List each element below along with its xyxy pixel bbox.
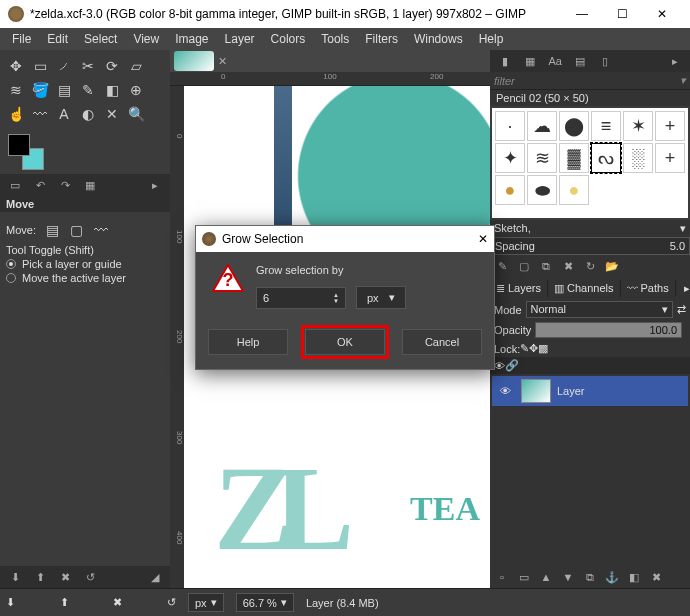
brush-cell-selected[interactable]: ᔓ (591, 143, 621, 173)
path-icon[interactable]: 〰 (29, 103, 51, 125)
menu-file[interactable]: File (4, 30, 39, 48)
mode-select[interactable]: Normal (526, 301, 673, 318)
close-dialog-icon[interactable]: ✕ (478, 232, 488, 246)
move-tool-icon[interactable]: ✥ (5, 55, 27, 77)
menu-filters[interactable]: Filters (357, 30, 406, 48)
dock-menu-icon[interactable] (684, 282, 690, 295)
brush-cell[interactable]: ⬤ (559, 111, 589, 141)
save-icon[interactable]: ⬇ (6, 596, 15, 609)
eraser-icon[interactable]: ◧ (101, 79, 123, 101)
brush-cell[interactable]: ☁ (527, 111, 557, 141)
brush-grid[interactable]: · ☁ ⬤ ≡ ✶ + ✦ ≋ ▓ ᔓ ░ + ● ⬬ ● (492, 108, 688, 218)
close-window-button[interactable]: ✕ (642, 0, 682, 28)
filter-dropdown-icon[interactable] (680, 74, 686, 87)
unit-select[interactable]: px (356, 286, 406, 309)
menu-layer[interactable]: Layer (217, 30, 263, 48)
warp-icon[interactable]: ≋ (5, 79, 27, 101)
reset-icon[interactable]: ↺ (167, 596, 176, 609)
eye-icon[interactable]: 👁 (495, 385, 515, 397)
bucket-icon[interactable]: 🪣 (29, 79, 51, 101)
grow-amount-input[interactable]: 6 ▲▼ (256, 287, 346, 309)
cancel-button[interactable]: Cancel (402, 329, 482, 355)
brush-cell[interactable]: · (495, 111, 525, 141)
rect-select-icon[interactable]: ▭ (29, 55, 51, 77)
restore-icon[interactable]: ⬆ (60, 596, 69, 609)
tab-doc-icon[interactable]: ▯ (596, 52, 614, 70)
new-layer-icon[interactable]: ▫ (492, 568, 512, 586)
edit-brush-icon[interactable]: ✎ (492, 257, 512, 275)
color-swatch[interactable] (8, 134, 44, 170)
tab-fonts-icon[interactable]: Aa (546, 52, 564, 70)
move-selection-icon[interactable]: ▢ (66, 219, 88, 241)
free-select-icon[interactable]: ⟋ (53, 55, 75, 77)
crop-icon[interactable]: ✂ (77, 55, 99, 77)
refresh-brush-icon[interactable]: ↻ (580, 257, 600, 275)
reset-preset-icon[interactable]: ↺ (81, 568, 99, 586)
tab-undo-icon[interactable]: ↶ (31, 176, 49, 194)
open-brush-icon[interactable]: 📂 (602, 257, 622, 275)
clone-icon[interactable]: ⊕ (125, 79, 147, 101)
image-tab-thumb[interactable] (174, 51, 214, 71)
menu-edit[interactable]: Edit (39, 30, 76, 48)
tab-redo-icon[interactable]: ↷ (56, 176, 74, 194)
pencil-icon[interactable]: ✎ (77, 79, 99, 101)
brush-cell[interactable]: ✦ (495, 143, 525, 173)
tab-patterns-icon[interactable]: ▦ (521, 52, 539, 70)
ok-button[interactable]: OK (305, 329, 385, 355)
rotate-icon[interactable]: ⟳ (101, 55, 123, 77)
menu-image[interactable]: Image (167, 30, 216, 48)
dup-layer-icon[interactable]: ⧉ (580, 568, 600, 586)
lock-alpha-icon[interactable]: ▩ (538, 342, 548, 355)
brush-filter-input[interactable]: filter (494, 75, 515, 87)
transform-icon[interactable]: ▱ (125, 55, 147, 77)
maximize-button[interactable]: ☐ (602, 0, 642, 28)
dock-menu-icon[interactable] (666, 52, 684, 70)
menu-colors[interactable]: Colors (263, 30, 314, 48)
brush-cell[interactable]: + (655, 111, 685, 141)
menu-help[interactable]: Help (471, 30, 512, 48)
radio-pick-layer[interactable] (6, 259, 16, 269)
tab-tool-options-icon[interactable]: ▭ (6, 176, 24, 194)
text-icon[interactable]: A (53, 103, 75, 125)
mode-switch-icon[interactable]: ⇄ (677, 303, 686, 316)
brush-category-combo[interactable]: Sketch, (490, 220, 690, 237)
brush-cell[interactable]: ● (559, 175, 589, 205)
zoom-icon[interactable]: 🔍 (125, 103, 147, 125)
radio-move-active[interactable] (6, 273, 16, 283)
fg-color-swatch[interactable] (8, 134, 30, 156)
tab-layers[interactable]: ≣Layers (490, 280, 548, 297)
smudge-icon[interactable]: ☝ (5, 103, 27, 125)
layer-row[interactable]: 👁 Layer (492, 376, 688, 406)
measure-icon[interactable]: ✕ (101, 103, 123, 125)
delete-preset-icon[interactable]: ✖ (56, 568, 74, 586)
brush-cell[interactable]: ✶ (623, 111, 653, 141)
dialog-titlebar[interactable]: Grow Selection ✕ (196, 226, 494, 252)
save-preset-icon[interactable]: ⬇ (6, 568, 24, 586)
merge-layer-icon[interactable]: ⚓ (602, 568, 622, 586)
move-path-icon[interactable]: 〰 (90, 219, 112, 241)
opacity-slider[interactable]: 100.0 (535, 322, 682, 338)
lock-pixels-icon[interactable]: ✎ (520, 342, 529, 355)
tab-brushes-icon[interactable]: ▮ (496, 52, 514, 70)
color-picker-icon[interactable]: ◐ (77, 103, 99, 125)
restore-preset-icon[interactable]: ⬆ (31, 568, 49, 586)
unit-select[interactable]: px (188, 593, 224, 612)
minimize-button[interactable]: — (562, 0, 602, 28)
mask-layer-icon[interactable]: ◧ (624, 568, 644, 586)
brush-cell[interactable]: ⬬ (527, 175, 557, 205)
menu-windows[interactable]: Windows (406, 30, 471, 48)
tab-channels[interactable]: ▥Channels (548, 280, 620, 297)
close-tab-icon[interactable]: ✕ (218, 55, 230, 67)
lock-position-icon[interactable]: ✥ (529, 342, 538, 355)
tab-history-icon[interactable]: ▤ (571, 52, 589, 70)
tab-image-icon[interactable]: ▦ (81, 176, 99, 194)
zoom-select[interactable]: 66.7 % (236, 593, 294, 612)
brush-cell[interactable]: + (655, 143, 685, 173)
del-brush-icon[interactable]: ✖ (558, 257, 578, 275)
move-layer-icon[interactable]: ▤ (42, 219, 64, 241)
brush-spacing-row[interactable]: Spacing 5.0 (490, 237, 690, 255)
new-brush-icon[interactable]: ▢ (514, 257, 534, 275)
lower-layer-icon[interactable]: ▼ (558, 568, 578, 586)
dup-brush-icon[interactable]: ⧉ (536, 257, 556, 275)
dock-grip-icon[interactable]: ◢ (146, 568, 164, 586)
